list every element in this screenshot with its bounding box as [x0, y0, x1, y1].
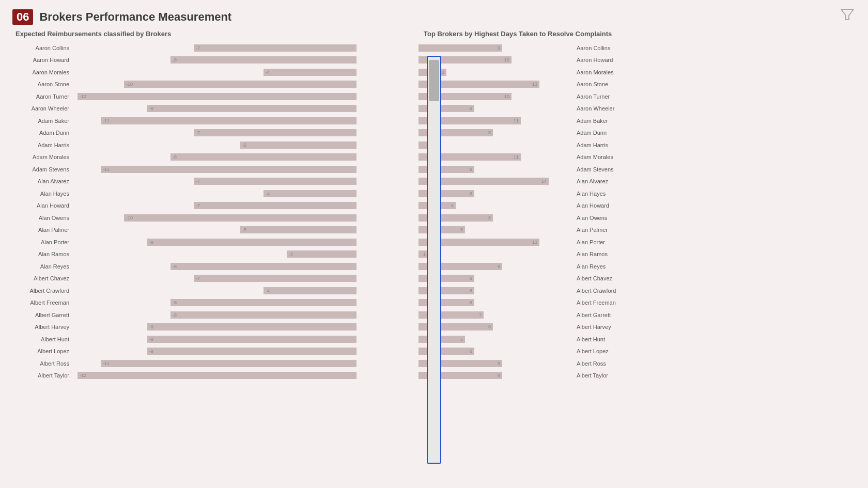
right-bar-area: 6 [419, 274, 574, 282]
left-row-label: Adam Baker [10, 118, 72, 124]
left-bar-area: -12 [72, 371, 357, 380]
right-row-label: Alan Palmer [574, 227, 646, 233]
left-chart-row: Albert Harvey-9 [10, 321, 372, 334]
bar-value-label: 7 [479, 312, 482, 318]
left-row-label: Aaron Turner [10, 93, 72, 100]
left-chart-title: Expected Reimbursements classified by Br… [10, 30, 372, 38]
bar-value-label: 5 [460, 337, 463, 342]
right-chart-row: 6Alan Hayes [419, 187, 780, 200]
right-chart-row: 3Aaron Morales [419, 66, 780, 78]
left-bar-area: -7 [72, 274, 357, 282]
left-row-label: Aaron Howard [10, 57, 72, 63]
left-row-label: Adam Dunn [10, 130, 72, 136]
right-row-label: Albert Freeman [574, 300, 646, 306]
neg-bar: -4 [264, 190, 357, 197]
right-bar-area: 13 [419, 238, 574, 246]
left-row-label: Albert Lopez [10, 348, 72, 354]
main-content: Expected Reimbursements classified by Br… [0, 30, 868, 382]
left-chart-row: Alan Ramos-3 [10, 248, 372, 261]
left-bar-area: -7 [72, 201, 357, 210]
left-row-label: Alan Ramos [10, 251, 72, 257]
bar-value-label: -5 [242, 143, 246, 148]
bar-value-label: 9 [498, 361, 500, 366]
bar-value-label: 8 [488, 324, 491, 329]
left-row-label: Adam Morales [10, 154, 72, 160]
left-row-label: Aaron Stone [10, 81, 72, 87]
left-bar-area: -8 [72, 298, 357, 307]
left-row-label: Albert Garrett [10, 312, 72, 318]
bar-value-label: -7 [196, 45, 200, 51]
bar-value-label: 10 [504, 57, 509, 62]
svg-marker-0 [841, 9, 854, 20]
neg-bar: -12 [78, 372, 357, 379]
bar-value-label: 4 [451, 203, 454, 208]
bar-value-label: -8 [173, 300, 177, 305]
right-bar-area: 2 [419, 141, 574, 149]
left-bar-area: -4 [72, 287, 357, 295]
neg-bar: -11 [101, 166, 357, 173]
neg-bar: -9 [147, 336, 357, 343]
left-chart-row: Albert Lopez-9 [10, 345, 372, 358]
left-chart-row: Alan Hayes-4 [10, 187, 372, 200]
left-row-label: Alan Palmer [10, 227, 72, 233]
bar-value-label: 8 [488, 215, 491, 221]
left-chart-rows: Aaron Collins-7Aaron Howard-8Aaron Moral… [10, 42, 372, 382]
left-chart: Expected Reimbursements classified by Br… [10, 30, 372, 382]
bar-value-label: -9 [149, 349, 153, 354]
left-chart-row: Aaron Collins-7 [10, 42, 372, 54]
left-chart-row: Albert Ross-11 [10, 357, 372, 370]
bar-value-label: -8 [173, 154, 177, 160]
left-chart-row: Alan Reyes-8 [10, 260, 372, 273]
bar-value-label: 9 [498, 264, 500, 269]
neg-bar: -10 [124, 214, 357, 222]
bar-value-label: -7 [196, 130, 200, 135]
right-row-label: Alan Reyes [574, 263, 646, 270]
right-chart-row: 9Albert Taylor [419, 370, 780, 382]
right-chart-row: 4Alan Howard [419, 200, 780, 212]
neg-bar: -7 [194, 129, 357, 136]
neg-bar: -5 [240, 141, 357, 149]
neg-bar: -9 [147, 348, 357, 355]
right-chart-row: 8Alan Owens [419, 212, 780, 224]
neg-bar: -4 [264, 69, 357, 76]
left-row-label: Alan Hayes [10, 191, 72, 197]
left-bar-area: -10 [72, 214, 357, 222]
left-bar-area: -4 [72, 68, 357, 76]
bar-value-label: 9 [498, 373, 500, 378]
left-chart-row: Albert Garrett-8 [10, 309, 372, 321]
bar-value-label: 6 [470, 276, 472, 281]
neg-bar: -12 [78, 93, 357, 100]
left-bar-area: -7 [72, 177, 357, 185]
neg-bar: -5 [240, 226, 357, 233]
left-chart-row: Albert Freeman-8 [10, 297, 372, 309]
bar-value-label: 13 [532, 82, 537, 87]
left-bar-area: -7 [72, 44, 357, 52]
left-bar-area: -10 [72, 80, 357, 88]
right-bar-area: 6 [419, 287, 574, 295]
right-row-label: Adam Stevens [574, 166, 646, 172]
page-number: 06 [12, 9, 33, 25]
bar-value-label: -9 [149, 106, 153, 111]
bar-value-label: 6 [470, 300, 472, 305]
left-bar-area: -7 [72, 129, 357, 137]
right-bar-area: 11 [419, 153, 574, 161]
filter-icon[interactable] [840, 7, 856, 23]
bar-value-label: 6 [470, 349, 472, 354]
neg-bar: -9 [147, 239, 357, 246]
right-bar-area: 11 [419, 117, 574, 125]
right-row-label: Aaron Collins [574, 45, 646, 51]
right-row-label: Albert Lopez [574, 348, 646, 354]
left-chart-row: Albert Taylor-12 [10, 370, 372, 382]
right-bar-area: 8 [419, 323, 574, 331]
neg-bar: -7 [194, 275, 357, 282]
left-chart-row: Alan Owens-10 [10, 212, 372, 224]
right-chart-row: 9Albert Ross [419, 357, 780, 370]
right-bar-area: 9 [419, 262, 574, 271]
right-chart-row: 6Albert Crawford [419, 285, 780, 297]
right-row-label: Alan Alvarez [574, 178, 646, 184]
right-chart-rows: 9Aaron Collins10Aaron Howard3Aaron Moral… [419, 42, 780, 382]
left-bar-area: -5 [72, 141, 357, 149]
bar-value-label: 11 [514, 154, 519, 160]
right-chart-row: 14Alan Alvarez [419, 176, 780, 188]
center-scrollbar[interactable] [427, 56, 441, 464]
